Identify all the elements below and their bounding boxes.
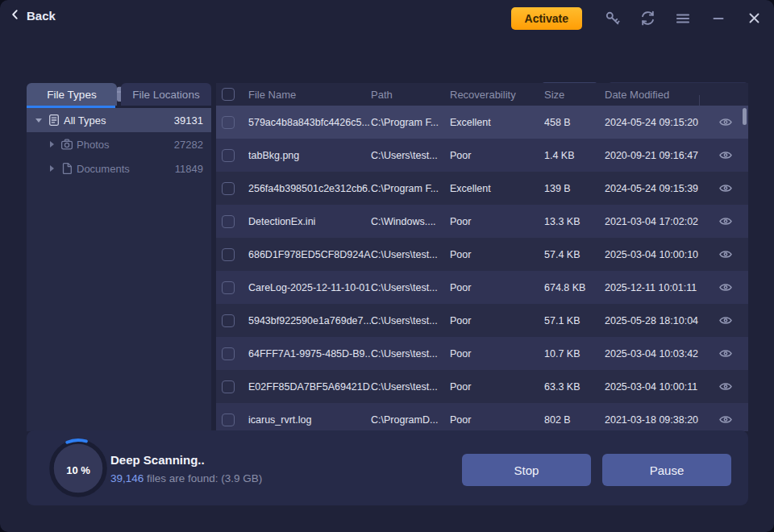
minimize-icon[interactable]	[705, 6, 732, 31]
table-row[interactable]: 64FFF7A1-9975-485D-B9... C:\Users\test..…	[216, 337, 748, 370]
tree-item-documents[interactable]: Documents 11849	[27, 156, 211, 181]
header-date-modified[interactable]: Date Modified	[605, 89, 708, 101]
close-icon[interactable]	[740, 6, 768, 31]
cell-recoverability: Poor	[450, 348, 544, 360]
cell-size: 57.1 KB	[544, 315, 605, 326]
preview-eye-button[interactable]	[708, 150, 748, 160]
row-checkbox[interactable]	[222, 347, 235, 360]
header-path[interactable]: Path	[371, 89, 450, 101]
cell-date-modified: 2025-05-28 18:10:04	[605, 315, 708, 326]
caret-down-icon[interactable]	[33, 118, 44, 123]
eye-icon	[719, 315, 732, 326]
table-row[interactable]: 5943bf922590e1a769de7... C:\Users\test..…	[216, 304, 748, 337]
caret-right-icon[interactable]	[46, 141, 57, 148]
camera-icon	[57, 138, 77, 151]
cell-date-modified: 2025-03-04 10:03:42	[605, 348, 708, 360]
sidebar: File Types File Locations All Types 3913…	[27, 83, 211, 431]
tree-item-label: All Types	[64, 114, 106, 127]
row-checkbox[interactable]	[222, 215, 235, 228]
row-checkbox[interactable]	[222, 116, 235, 129]
eye-icon	[719, 381, 732, 392]
header-recoverability[interactable]: Recoverability	[450, 89, 544, 101]
eye-icon	[719, 282, 732, 293]
cell-file-name: 64FFF7A1-9975-485D-B9...	[248, 348, 371, 360]
cell-size: 63.3 KB	[544, 381, 605, 393]
header-file-name[interactable]: File Name	[248, 89, 371, 101]
menu-icon[interactable]	[669, 6, 697, 31]
scan-status-panel: 10 % Deep Scanning.. 39,146 files are fo…	[27, 430, 748, 505]
vertical-scrollbar[interactable]	[743, 108, 747, 125]
tree-item-all-types[interactable]: All Types 39131	[27, 108, 211, 132]
eye-icon	[719, 249, 732, 260]
tab-file-locations[interactable]: File Locations	[121, 83, 211, 106]
scan-status-title: Deep Scanning..	[110, 453, 205, 467]
cell-recoverability: Poor	[450, 381, 544, 393]
header-size[interactable]: Size	[544, 89, 605, 101]
cell-date-modified: 2020-09-21 09:16:47	[605, 150, 708, 161]
row-checkbox[interactable]	[222, 414, 235, 426]
tree-item-count: 11849	[175, 163, 203, 175]
scan-status-detail: 39,146 files are found: (3.9 GB)	[110, 472, 262, 484]
preview-eye-button[interactable]	[708, 282, 748, 293]
cell-file-name: DetectionEx.ini	[248, 216, 371, 227]
file-icon	[57, 162, 77, 175]
row-checkbox[interactable]	[222, 248, 235, 261]
preview-eye-button[interactable]	[708, 414, 748, 425]
cell-size: 1.4 KB	[544, 150, 605, 161]
back-button[interactable]: Back	[10, 9, 56, 23]
file-type-tree: All Types 39131 Photos 27282 Documents 1…	[27, 108, 211, 431]
cell-recoverability: Poor	[450, 150, 544, 161]
activate-button[interactable]: Activate	[511, 7, 582, 30]
tree-item-label: Documents	[77, 163, 130, 175]
cell-size: 139 B	[544, 183, 605, 194]
cell-size: 10.7 KB	[544, 348, 605, 360]
tab-file-types[interactable]: File Types	[27, 83, 117, 106]
key-icon[interactable]	[598, 6, 626, 31]
table-row[interactable]: DetectionEx.ini C:\Windows.... Poor 13.3…	[216, 205, 748, 238]
tree-item-photos[interactable]: Photos 27282	[27, 132, 211, 156]
table-row[interactable]: tabBkg.png C:\Users\test... Poor 1.4 KB …	[216, 139, 748, 172]
preview-eye-button[interactable]	[708, 348, 748, 359]
cell-size: 57.4 KB	[544, 249, 605, 260]
table-row[interactable]: 579ac4b8a843bfc4426c5... C:\Program F...…	[216, 106, 748, 139]
row-checkbox[interactable]	[222, 281, 235, 294]
cell-path: C:\Users\test...	[371, 381, 450, 393]
cell-path: C:\Windows....	[371, 216, 450, 227]
cell-date-modified: 2025-03-04 10:00:11	[605, 381, 708, 393]
preview-eye-button[interactable]	[708, 216, 748, 227]
cell-path: C:\Users\test...	[371, 315, 450, 326]
cell-file-name: CareLog-2025-12-11-10-01...	[248, 282, 371, 293]
preview-eye-button[interactable]	[708, 183, 748, 193]
cell-path: C:\Program F...	[371, 183, 450, 194]
table-row[interactable]: icarus_rvrt.log C:\ProgramD... Poor 802 …	[216, 403, 748, 431]
caret-right-icon[interactable]	[46, 165, 57, 172]
cell-date-modified: 2024-05-24 09:15:20	[605, 117, 708, 128]
select-all-checkbox[interactable]	[222, 88, 235, 101]
row-checkbox[interactable]	[222, 314, 235, 327]
pause-button[interactable]: Pause	[602, 454, 731, 486]
table-row[interactable]: CareLog-2025-12-11-10-01... C:\Users\tes…	[216, 271, 748, 304]
toolbar: All Types Filter	[0, 36, 774, 77]
tree-item-count: 39131	[174, 114, 203, 127]
progress-ring: 10 %	[48, 438, 109, 502]
preview-eye-button[interactable]	[708, 381, 748, 392]
table-row[interactable]: 686D1F978ED5CF8D924A... C:\Users\test...…	[216, 238, 748, 271]
chevron-left-icon	[10, 9, 21, 23]
cell-recoverability: Poor	[450, 282, 544, 293]
preview-eye-button[interactable]	[708, 249, 748, 260]
eye-icon	[719, 150, 732, 160]
refresh-icon[interactable]	[634, 6, 661, 31]
preview-eye-button[interactable]	[708, 315, 748, 326]
cell-recoverability: Poor	[450, 315, 544, 326]
stop-button[interactable]: Stop	[462, 454, 591, 486]
row-checkbox[interactable]	[222, 182, 235, 195]
titlebar: Back Activate	[0, 0, 774, 36]
row-checkbox[interactable]	[222, 380, 235, 393]
row-checkbox[interactable]	[222, 149, 235, 162]
cell-file-name: 5943bf922590e1a769de7...	[248, 315, 371, 326]
table-row[interactable]: 256fa4b398501c2e312cb6... C:\Program F..…	[216, 172, 748, 205]
cell-recoverability: Excellent	[450, 183, 544, 194]
cell-size: 458 B	[544, 117, 605, 128]
table-row[interactable]: E02FF85DA7BF5A69421D... C:\Users\test...…	[216, 370, 748, 403]
eye-icon	[719, 216, 732, 227]
